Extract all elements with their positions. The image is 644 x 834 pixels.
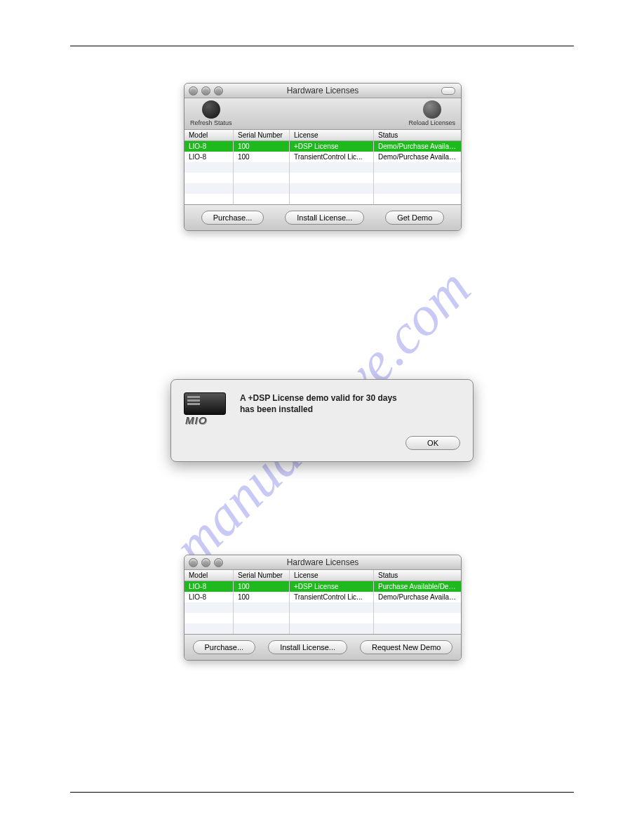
zoom-icon[interactable] bbox=[214, 86, 223, 95]
col-serial[interactable]: Serial Number bbox=[234, 130, 290, 140]
demo-installed-dialog: MIO A +DSP License demo valid for 30 day… bbox=[170, 379, 474, 462]
col-license[interactable]: License bbox=[290, 130, 374, 140]
window-hardware-licenses-2: Hardware Licenses Model Serial Number Li… bbox=[184, 555, 462, 661]
cell-status: Purchase Available/Dem... bbox=[374, 581, 461, 592]
cell-status: Demo/Purchase Available bbox=[374, 141, 461, 152]
refresh-status-button[interactable]: Refresh Status bbox=[190, 100, 232, 129]
mio-device-icon: MIO bbox=[184, 392, 229, 426]
cell-model: LIO-8 bbox=[185, 592, 234, 602]
col-status[interactable]: Status bbox=[374, 570, 461, 581]
cell-model: LIO-8 bbox=[185, 581, 234, 592]
get-demo-button[interactable]: Get Demo bbox=[385, 211, 444, 225]
table-header-1: Model Serial Number License Status bbox=[185, 130, 461, 141]
table-row bbox=[185, 602, 461, 613]
table-row bbox=[185, 162, 461, 173]
window-hardware-licenses-1: Hardware Licenses Refresh Status Reload … bbox=[184, 83, 462, 231]
install-license-button[interactable]: Install License... bbox=[268, 640, 347, 654]
cell-serial: 100 bbox=[234, 152, 290, 162]
cell-serial: 100 bbox=[234, 592, 290, 602]
traffic-lights-2[interactable] bbox=[189, 558, 223, 567]
col-license[interactable]: License bbox=[290, 570, 374, 581]
col-serial[interactable]: Serial Number bbox=[234, 570, 290, 581]
toolbar-1: Refresh Status Reload Licenses bbox=[185, 98, 461, 130]
cell-serial: 100 bbox=[234, 141, 290, 152]
window-footer-1: Purchase... Install License... Get Demo bbox=[185, 204, 461, 230]
table-row[interactable]: LIO-8 100 +DSP License Demo/Purchase Ava… bbox=[185, 141, 461, 152]
dialog-line-2: has been installed bbox=[240, 404, 313, 414]
dialog-line-1: A +DSP License demo valid for 30 days bbox=[240, 393, 397, 403]
install-license-button[interactable]: Install License... bbox=[285, 211, 364, 225]
cell-status: Demo/Purchase Available bbox=[374, 592, 461, 602]
gear-icon bbox=[423, 100, 441, 119]
minimize-icon[interactable] bbox=[201, 86, 210, 95]
purchase-button[interactable]: Purchase... bbox=[193, 640, 256, 654]
reload-label: Reload Licenses bbox=[408, 119, 455, 126]
cell-status: Demo/Purchase Available bbox=[374, 152, 461, 162]
dialog-message: A +DSP License demo valid for 30 days ha… bbox=[240, 392, 397, 426]
zoom-icon[interactable] bbox=[214, 558, 223, 567]
close-icon[interactable] bbox=[189, 558, 198, 567]
table-row bbox=[185, 183, 461, 194]
col-model[interactable]: Model bbox=[185, 570, 234, 581]
table-row bbox=[185, 623, 461, 634]
table-row[interactable]: LIO-8 100 +DSP License Purchase Availabl… bbox=[185, 581, 461, 592]
refresh-label: Refresh Status bbox=[190, 119, 232, 126]
request-new-demo-button[interactable]: Request New Demo bbox=[360, 640, 452, 654]
col-status[interactable]: Status bbox=[374, 130, 461, 140]
minimize-icon[interactable] bbox=[201, 558, 210, 567]
window-title-2: Hardware Licenses bbox=[287, 557, 359, 567]
titlebar-2[interactable]: Hardware Licenses bbox=[185, 555, 461, 570]
table-row[interactable]: LIO-8 100 TransientControl Lic... Demo/P… bbox=[185, 592, 461, 602]
window-footer-2: Purchase... Install License... Request N… bbox=[185, 634, 461, 660]
window-title-1: Hardware Licenses bbox=[287, 86, 359, 95]
cell-license: TransientControl Lic... bbox=[290, 592, 374, 602]
toolbar-toggle-1[interactable] bbox=[441, 87, 455, 95]
cell-serial: 100 bbox=[234, 581, 290, 592]
close-icon[interactable] bbox=[189, 86, 198, 95]
ok-button[interactable]: OK bbox=[405, 436, 460, 450]
titlebar-1[interactable]: Hardware Licenses bbox=[185, 84, 461, 98]
cell-model: LIO-8 bbox=[185, 141, 234, 152]
refresh-icon bbox=[202, 100, 220, 119]
table-row[interactable]: LIO-8 100 TransientControl Lic... Demo/P… bbox=[185, 152, 461, 162]
table-header-2: Model Serial Number License Status bbox=[185, 570, 461, 581]
bottom-rule bbox=[70, 792, 574, 793]
table-row bbox=[185, 173, 461, 183]
traffic-lights-1[interactable] bbox=[189, 86, 223, 95]
table-row bbox=[185, 613, 461, 623]
cell-model: LIO-8 bbox=[185, 152, 234, 162]
mio-label: MIO bbox=[185, 414, 207, 426]
col-model[interactable]: Model bbox=[185, 130, 234, 140]
cell-license: +DSP License bbox=[290, 141, 374, 152]
top-rule bbox=[70, 46, 574, 46]
reload-licenses-button[interactable]: Reload Licenses bbox=[408, 100, 455, 129]
cell-license: +DSP License bbox=[290, 581, 374, 592]
cell-license: TransientControl Lic... bbox=[290, 152, 374, 162]
purchase-button[interactable]: Purchase... bbox=[201, 211, 264, 225]
table-row bbox=[185, 194, 461, 204]
